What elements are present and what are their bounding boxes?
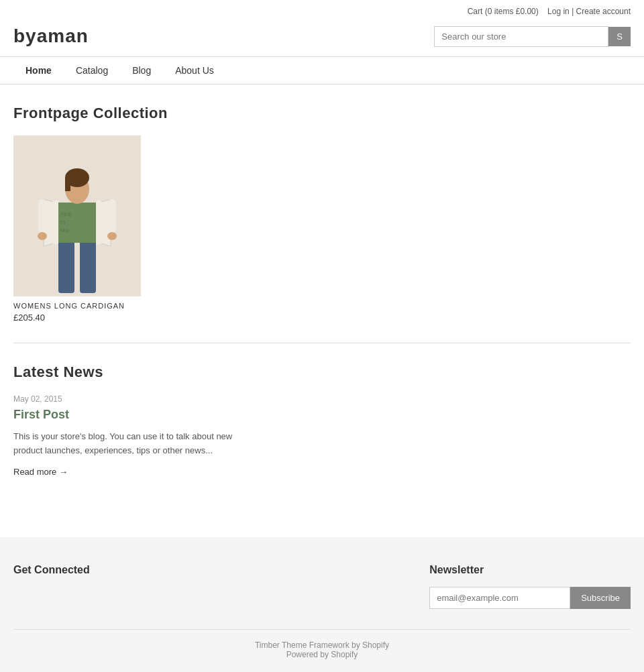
read-more-link[interactable]: Read more →	[13, 467, 68, 477]
nav-link-about-us[interactable]: About Us	[163, 57, 226, 84]
svg-rect-12	[38, 199, 46, 233]
svg-point-14	[38, 232, 47, 240]
logo[interactable]: byaman	[13, 25, 89, 47]
newsletter-form: Subscribe	[429, 587, 631, 609]
search-button[interactable]: S	[608, 27, 631, 46]
nav-link-catalog[interactable]: Catalog	[64, 57, 120, 84]
main-content: Frontpage Collection YES IS MO	[0, 85, 644, 497]
main-nav: Home Catalog Blog About Us	[0, 56, 644, 85]
news-post: May 02, 2015 First Post This is your sto…	[13, 394, 631, 477]
nav-item-about-us[interactable]: About Us	[163, 57, 226, 84]
news-date: May 02, 2015	[13, 394, 631, 404]
header-top-bar: Cart (0 items £0.00) Log in | Create acc…	[0, 0, 644, 19]
get-connected-title: Get Connected	[13, 564, 90, 576]
svg-point-15	[107, 232, 117, 240]
product-name: WOMENS LONG CARDIGAN	[13, 302, 141, 310]
newsletter-email-input[interactable]	[429, 587, 570, 609]
frontpage-title: Frontpage Collection	[13, 105, 631, 122]
svg-rect-2	[80, 239, 96, 293]
footer-newsletter: Newsletter Subscribe	[429, 564, 631, 609]
separator: |	[572, 7, 574, 16]
product-grid: YES IS MO	[13, 135, 631, 323]
svg-rect-8	[96, 201, 101, 244]
footer: Get Connected Newsletter Subscribe Timbe…	[0, 537, 644, 672]
powered-by-2: Powered by Shopify	[13, 650, 631, 659]
login-link[interactable]: Log in	[547, 7, 570, 16]
footer-bottom: Timber Theme Framework by Shopify Powere…	[13, 629, 631, 659]
nav-link-home[interactable]: Home	[13, 57, 64, 84]
svg-rect-1	[58, 239, 74, 293]
create-account-link[interactable]: Create account	[576, 7, 631, 16]
footer-get-connected: Get Connected	[13, 564, 90, 609]
nav-item-home[interactable]: Home	[13, 57, 64, 84]
product-image: YES IS MO	[13, 135, 141, 296]
svg-text:MO: MO	[60, 227, 69, 233]
nav-item-catalog[interactable]: Catalog	[64, 57, 120, 84]
product-price: £205.40	[13, 313, 141, 323]
footer-inner: Get Connected Newsletter Subscribe	[13, 564, 631, 609]
svg-text:YES: YES	[60, 211, 72, 217]
svg-rect-7	[53, 201, 58, 244]
search-bar: S	[434, 26, 631, 47]
header-main: byaman S	[0, 19, 644, 56]
cart-info[interactable]: Cart (0 items £0.00)	[468, 7, 539, 16]
nav-item-blog[interactable]: Blog	[120, 57, 163, 84]
section-divider	[13, 343, 631, 343]
svg-rect-11	[65, 178, 70, 191]
subscribe-button[interactable]: Subscribe	[570, 587, 631, 609]
product-card[interactable]: YES IS MO	[13, 135, 141, 323]
newsletter-title: Newsletter	[429, 564, 631, 576]
news-title: Latest News	[13, 363, 631, 381]
news-post-title: First Post	[13, 408, 631, 422]
search-input[interactable]	[434, 26, 608, 47]
nav-link-blog[interactable]: Blog	[120, 57, 163, 84]
news-excerpt: This is your store's blog. You can use i…	[13, 430, 248, 458]
svg-text:IS: IS	[60, 219, 66, 225]
svg-rect-13	[108, 199, 116, 233]
powered-by-1: Timber Theme Framework by Shopify	[13, 640, 631, 650]
